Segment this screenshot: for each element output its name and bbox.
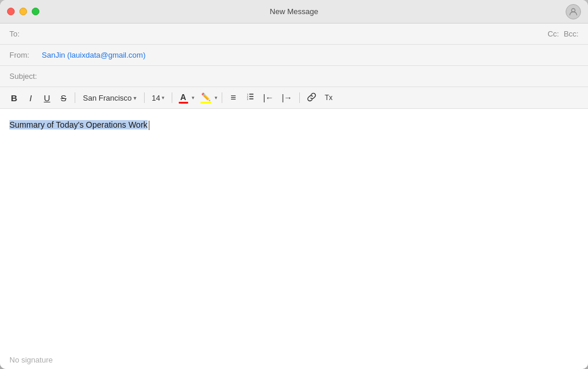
to-input[interactable]: [42, 29, 579, 38]
font-size-selector[interactable]: 14 ▾: [149, 92, 167, 104]
font-selector[interactable]: San Francisco ▾: [79, 92, 140, 104]
numbered-list-icon: 1 2 3: [246, 92, 255, 104]
font-size-value: 14: [152, 94, 160, 102]
indent-left-button[interactable]: |←: [260, 91, 277, 105]
avatar-icon[interactable]: [566, 4, 581, 19]
cc-bcc-group: Cc: Bcc:: [547, 29, 579, 38]
clear-format-button[interactable]: Tx: [322, 91, 336, 105]
email-body[interactable]: Summary of Today's Operations Work No si…: [0, 109, 588, 369]
from-row: From: SanJin (lauixdata@gmail.com): [0, 45, 588, 66]
toolbar-divider-4: [222, 92, 222, 103]
bcc-label[interactable]: Bcc:: [564, 29, 579, 38]
highlight-dropdown-arrow[interactable]: ▾: [215, 95, 218, 101]
bold-button[interactable]: B: [7, 91, 21, 105]
cc-label[interactable]: Cc:: [547, 29, 559, 38]
title-bar: New Message: [0, 0, 588, 24]
signature-text: No signature: [9, 355, 579, 364]
body-text-area[interactable]: Summary of Today's Operations Work: [9, 118, 579, 348]
to-row: To: Cc: Bcc:: [0, 24, 588, 45]
formatting-toolbar: B I U S San Francisco ▾ 14 ▾ A ▾ ✏️ ▾: [0, 87, 588, 109]
close-button[interactable]: [7, 8, 15, 15]
toolbar-divider-1: [75, 92, 75, 103]
font-dropdown-icon: ▾: [133, 95, 136, 101]
highlight-icon: ✏️: [201, 92, 211, 101]
link-button[interactable]: [304, 91, 319, 105]
toolbar-divider-5: [299, 92, 300, 103]
numbered-list-button[interactable]: 1 2 3: [243, 91, 258, 105]
minimize-button[interactable]: [19, 8, 27, 15]
strikethrough-button[interactable]: S: [56, 91, 71, 105]
traffic-lights: [7, 8, 39, 15]
link-icon: [307, 92, 316, 104]
from-value[interactable]: SanJin (lauixdata@gmail.com): [42, 51, 579, 59]
toolbar-divider-3: [172, 92, 172, 103]
indent-right-button[interactable]: |→: [279, 91, 295, 105]
color-dropdown-arrow[interactable]: ▾: [192, 95, 195, 101]
size-dropdown-icon: ▾: [162, 95, 165, 101]
text-cursor: [149, 121, 149, 130]
window-title: New Message: [270, 7, 318, 16]
to-label: To:: [9, 29, 42, 38]
svg-text:3: 3: [247, 98, 249, 101]
toolbar-divider-2: [144, 92, 145, 103]
clear-format-icon: Tx: [325, 94, 332, 102]
header-fields: To: Cc: Bcc: From: SanJin (lauixdata@gma…: [0, 24, 588, 87]
maximize-button[interactable]: [32, 8, 39, 15]
italic-button[interactable]: I: [24, 91, 38, 105]
highlight-button[interactable]: ✏️: [198, 91, 213, 105]
subject-label: Subject:: [9, 72, 42, 81]
color-underline: [179, 102, 188, 104]
bullet-list-button[interactable]: ≡: [226, 91, 240, 105]
text-color-button[interactable]: A: [176, 91, 191, 105]
indent-left-icon: |←: [263, 93, 274, 102]
text-color-icon: A: [181, 92, 186, 102]
email-compose-window: New Message To: Cc: Bcc: From: SanJin (l…: [0, 0, 588, 369]
underline-button[interactable]: U: [40, 91, 54, 105]
subject-row: Subject:: [0, 66, 588, 87]
font-name: San Francisco: [83, 94, 132, 102]
selected-text[interactable]: Summary of Today's Operations Work: [9, 120, 148, 129]
subject-input[interactable]: [42, 72, 579, 81]
highlight-underline: [201, 102, 211, 104]
indent-right-icon: |→: [282, 93, 292, 102]
bullet-list-icon: ≡: [230, 92, 236, 103]
from-label: From:: [9, 51, 42, 59]
